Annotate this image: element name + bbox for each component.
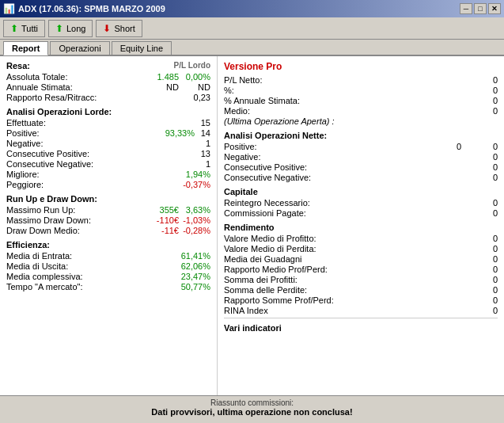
tab-report[interactable]: Report [3, 41, 48, 55]
versione-pro-title: Versione Pro [224, 61, 498, 72]
annuale-pct: ND [179, 82, 210, 92]
positive-label: Positive: [6, 128, 163, 138]
vari-indicatori-title: Vari indicatori [224, 323, 498, 333]
commissioni-value: 0 [474, 208, 498, 218]
positive-n-val2: 0 [474, 142, 498, 151]
long-label: Long [66, 24, 85, 33]
draw-down-medio-value: -11€ [147, 226, 179, 235]
short-button[interactable]: ⬇ Short [96, 20, 142, 37]
pct-annuale-label: % Annuale Stimata: [224, 96, 474, 105]
tempo-mercato-row: Tempo "A mercato": 50,77% [6, 282, 210, 292]
rapporto-medio-row: Rapporto Medio Prof/Perd: 0 [224, 265, 498, 274]
rina-label: RINA Index [224, 306, 474, 315]
annuale-row: Annuale Stimata: ND ND [6, 82, 210, 92]
pct-row: %: 0 [224, 86, 498, 95]
run-up-title: Run Up e Draw Down: [6, 194, 210, 204]
peggiore-row: Peggiore: -0,37% [6, 180, 210, 189]
media-entrata-label: Media di Entrata: [6, 251, 179, 261]
val-medio-perd-row: Valore Medio di Perdita: 0 [224, 244, 498, 253]
rina-row: RINA Index 0 [224, 306, 498, 315]
pl-netto-row: P/L Netto: 0 [224, 75, 498, 85]
draw-down-row: Massimo Draw Down: -110€ -1,03% [6, 215, 210, 225]
rapporto-medio-label: Rapporto Medio Prof/Perd: [224, 265, 474, 274]
pl-netto-value: 0 [474, 75, 498, 85]
somma-profitti-label: Somma dei Profitti: [224, 275, 474, 284]
rapporto-somme-label: Rapporto Somme Prof/Perd: [224, 295, 474, 305]
ultima-op-row: (Ultima Operazione Aperta) : [224, 116, 498, 126]
migliore-label: Migliore: [6, 170, 179, 179]
draw-down-label: Massimo Draw Down: [6, 215, 147, 225]
negative-n-label: Negative: [224, 152, 474, 162]
assoluta-pct: 0,00% [179, 72, 210, 82]
reintegro-label: Reintegro Necessario: [224, 198, 474, 208]
long-button[interactable]: ⬆ Long [48, 20, 93, 37]
somma-profitti-row: Somma dei Profitti: 0 [224, 275, 498, 284]
resa-header: Resa: P/L Lordo [6, 61, 210, 70]
draw-down-medio-pct: -0,28% [179, 226, 210, 235]
somma-perdite-row: Somma delle Perdite: 0 [224, 285, 498, 295]
negative-label: Negative: [6, 139, 179, 148]
footer: Riassunto commissioni: Dati provvisori, … [0, 395, 504, 419]
cons-positive-row: Consecutive Positive: 13 [6, 149, 210, 158]
reintegro-value: 0 [474, 198, 498, 208]
capitale-title: Capitale [224, 187, 498, 196]
draw-down-pct: -1,03% [179, 215, 210, 225]
tutti-button[interactable]: ⬆ Tutti [3, 20, 45, 37]
tab-operazioni[interactable]: Operazioni [50, 41, 109, 55]
rapporto-somme-row: Rapporto Somme Prof/Perd: 0 [224, 295, 498, 305]
somma-perdite-label: Somma delle Perdite: [224, 285, 474, 295]
rendimento-title: Rendimento [224, 223, 498, 232]
val-medio-perd-label: Valore Medio di Perdita: [224, 244, 474, 253]
maximize-button[interactable]: □ [474, 3, 487, 14]
pct-annuale-value: 0 [474, 96, 498, 105]
annuale-value: ND [147, 82, 179, 92]
footer-warning: Dati provvisori, ultima operazione non c… [6, 407, 498, 417]
content-area: Resa: P/L Lordo Assoluta Totale: 1.485 0… [0, 56, 504, 395]
right-panel: Versione Pro P/L Netto: 0 %: 0 % Annuale… [218, 56, 504, 395]
val-medio-perd-value: 0 [474, 244, 498, 253]
tab-equity-line[interactable]: Equity Line [112, 41, 172, 55]
medio-row: Medio: 0 [224, 106, 498, 116]
commissioni-row: Commissioni Pagate: 0 [224, 208, 498, 218]
media-guadagni-row: Media dei Guadagni 0 [224, 254, 498, 264]
medio-value: 0 [474, 106, 498, 116]
minimize-button[interactable]: ─ [460, 3, 472, 14]
rina-value: 0 [474, 306, 498, 315]
media-guadagni-value: 0 [474, 254, 498, 264]
cons-neg-n-value: 0 [474, 173, 498, 182]
migliore-value: 1,94% [179, 170, 210, 179]
effettuate-row: Effettuate: 15 [6, 118, 210, 128]
run-up-row: Massimo Run Up: 355€ 3,63% [6, 205, 210, 215]
media-uscita-row: Media di Uscita: 62,06% [6, 261, 210, 271]
val-medio-prof-row: Valore Medio di Profitto: 0 [224, 234, 498, 243]
run-up-value: 355€ [147, 205, 179, 215]
cons-negative-label: Consecutive Negative: [6, 159, 179, 169]
rapporto-value: 0,23 [179, 93, 210, 102]
tempo-mercato-value: 50,77% [179, 282, 210, 292]
analisi-nette-title: Analisi Operazioni Nette: [224, 131, 498, 140]
cons-neg-n-label: Consecutive Negative: [224, 173, 474, 182]
val-medio-prof-value: 0 [474, 234, 498, 243]
positive-n-row: Positive: 0 0 [224, 142, 498, 151]
cons-negative-row: Consecutive Negative: 1 [6, 159, 210, 169]
title-bar-left: 📊 ADX (17.06.36): SPMB MARZO 2009 [3, 3, 165, 14]
title-bar: 📊 ADX (17.06.36): SPMB MARZO 2009 ─ □ ✕ [0, 0, 504, 17]
close-button[interactable]: ✕ [488, 3, 501, 14]
resa-label: Resa: [6, 61, 30, 70]
pl-netto-label: P/L Netto: [224, 75, 474, 85]
pct-annuale-row: % Annuale Stimata: 0 [224, 96, 498, 105]
ultima-op-label: (Ultima Operazione Aperta) : [224, 116, 498, 126]
short-icon: ⬇ [103, 23, 111, 34]
media-entrata-value: 61,41% [179, 251, 210, 261]
footer-sub: Riassunto commissioni: [6, 398, 498, 407]
peggiore-value: -0,37% [179, 180, 210, 189]
cons-positive-label: Consecutive Positive: [6, 149, 179, 158]
toolbar: ⬆ Tutti ⬆ Long ⬇ Short [0, 17, 504, 40]
somma-profitti-value: 0 [474, 275, 498, 284]
pl-lordo-label: P/L Lordo [174, 61, 210, 70]
media-entrata-row: Media di Entrata: 61,41% [6, 251, 210, 261]
negative-value: 1 [179, 139, 210, 148]
cons-positive-value: 13 [179, 149, 210, 158]
efficienza-title: Efficienza: [6, 240, 210, 250]
migliore-row: Migliore: 1,94% [6, 170, 210, 179]
